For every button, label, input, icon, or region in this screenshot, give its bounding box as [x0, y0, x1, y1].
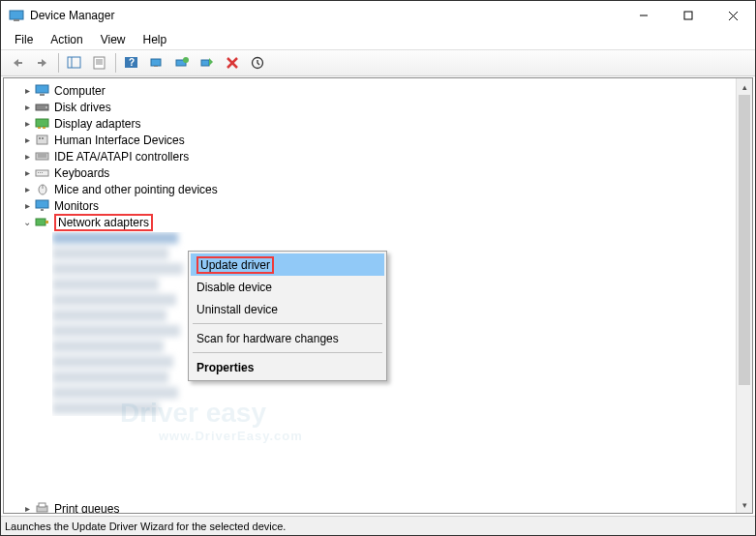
app-icon: [9, 8, 24, 23]
svg-rect-30: [43, 127, 45, 129]
disk-icon: [35, 100, 50, 115]
toolbar: ?: [1, 49, 755, 76]
vertical-scrollbar[interactable]: ▴ ▾: [736, 78, 752, 513]
display-adapter-icon: [35, 116, 50, 132]
svg-rect-45: [36, 219, 45, 225]
ide-icon: [35, 149, 50, 164]
chevron-right-icon[interactable]: ▸: [21, 200, 33, 212]
svg-rect-58: [52, 402, 159, 414]
chevron-down-icon[interactable]: ⌄: [21, 217, 33, 228]
svg-rect-0: [10, 11, 23, 19]
monitor-icon: [35, 198, 50, 214]
chevron-right-icon[interactable]: ▸: [21, 151, 33, 163]
mouse-icon: [35, 182, 50, 197]
show-hide-tree-button[interactable]: [63, 52, 86, 74]
enable-button[interactable]: [246, 52, 269, 74]
context-disable-device[interactable]: Disable device: [191, 276, 384, 298]
context-label: Disable device: [197, 281, 272, 294]
chevron-right-icon[interactable]: ▸: [21, 85, 33, 97]
context-menu: Update driver Disable device Uninstall d…: [188, 251, 387, 381]
svg-rect-17: [154, 66, 158, 67]
tree-label: Human Interface Devices: [54, 134, 185, 147]
scan-hardware-button[interactable]: [145, 52, 168, 74]
svg-rect-52: [52, 310, 166, 321]
help-button[interactable]: ?: [120, 52, 143, 74]
tree-label: Monitors: [54, 199, 99, 213]
menu-help[interactable]: Help: [136, 31, 175, 48]
chevron-right-icon[interactable]: ▸: [21, 118, 33, 130]
tree-item-monitors[interactable]: ▸ Monitors: [4, 197, 752, 214]
tree-item-computer[interactable]: ▸ Computer: [4, 82, 752, 99]
tree-item-ide[interactable]: ▸ IDE ATA/ATAPI controllers: [4, 148, 752, 164]
menu-file[interactable]: File: [7, 31, 41, 48]
back-button[interactable]: [6, 52, 29, 74]
tree-item-keyboards[interactable]: ▸ Keyboards: [4, 164, 752, 181]
toolbar-separator: [58, 53, 59, 73]
keyboard-icon: [35, 165, 50, 181]
context-update-driver[interactable]: Update driver: [191, 253, 384, 276]
tree-item-print-queues[interactable]: ▸ Print queues: [4, 500, 119, 514]
context-label-highlighted: Update driver: [197, 256, 274, 274]
window-controls: [621, 1, 755, 30]
context-scan-hardware[interactable]: Scan for hardware changes: [191, 327, 384, 349]
uninstall-button[interactable]: [196, 52, 219, 74]
context-label: Properties: [197, 361, 254, 374]
svg-rect-60: [39, 503, 45, 507]
tree-label: Print queues: [54, 502, 119, 515]
toolbar-separator: [115, 53, 116, 73]
scroll-down-icon[interactable]: ▾: [737, 496, 752, 513]
properties-button[interactable]: [88, 52, 111, 74]
context-label: Uninstall device: [197, 303, 278, 316]
forward-button[interactable]: [31, 52, 54, 74]
svg-rect-29: [38, 127, 41, 129]
svg-rect-50: [52, 279, 159, 290]
svg-rect-16: [151, 59, 161, 66]
svg-rect-46: [45, 221, 48, 223]
svg-rect-28: [36, 119, 48, 127]
svg-rect-53: [52, 325, 180, 337]
tree-item-display-adapters[interactable]: ▸ Display adapters: [4, 115, 752, 132]
svg-rect-49: [52, 263, 183, 275]
chevron-right-icon[interactable]: ▸: [21, 167, 33, 179]
titlebar: Device Manager: [1, 1, 755, 30]
svg-rect-20: [201, 60, 209, 66]
computer-icon: [35, 83, 50, 99]
close-button[interactable]: [711, 1, 755, 30]
chevron-right-icon[interactable]: ▸: [21, 184, 33, 195]
watermark-url: www.DriverEasy.com: [159, 429, 303, 443]
context-properties[interactable]: Properties: [191, 356, 384, 378]
svg-rect-38: [38, 172, 39, 173]
chevron-right-icon[interactable]: ▸: [21, 102, 33, 113]
minimize-button[interactable]: [621, 1, 666, 30]
menu-action[interactable]: Action: [43, 31, 90, 48]
scroll-up-icon[interactable]: ▴: [737, 78, 752, 95]
svg-point-27: [45, 106, 47, 108]
window-title: Device Manager: [30, 9, 621, 22]
svg-rect-54: [52, 341, 164, 352]
svg-rect-47: [52, 232, 178, 244]
tree-item-mice[interactable]: ▸ Mice and other pointing devices: [4, 181, 752, 197]
context-separator: [193, 323, 382, 324]
svg-rect-51: [52, 294, 176, 306]
context-uninstall-device[interactable]: Uninstall device: [191, 298, 384, 320]
svg-rect-40: [42, 172, 43, 173]
tree-label: Computer: [54, 84, 106, 98]
network-adapter-children: [52, 232, 752, 419]
tree-item-network-adapters[interactable]: ⌄ Network adapters: [4, 214, 752, 230]
menu-view[interactable]: View: [93, 31, 134, 48]
maximize-button[interactable]: [666, 1, 711, 30]
update-driver-button[interactable]: [170, 52, 194, 74]
chevron-right-icon[interactable]: ▸: [21, 134, 33, 146]
svg-rect-7: [38, 62, 43, 64]
tree-label: Display adapters: [54, 117, 140, 131]
tree-item-disk-drives[interactable]: ▸ Disk drives: [4, 99, 752, 115]
chevron-right-icon[interactable]: ▸: [21, 503, 33, 515]
tree-label: Disk drives: [54, 101, 111, 114]
svg-rect-57: [52, 387, 178, 399]
delete-button[interactable]: [221, 52, 244, 74]
svg-rect-43: [36, 200, 48, 208]
menubar: File Action View Help: [1, 30, 755, 49]
scroll-thumb[interactable]: [739, 95, 750, 385]
svg-rect-3: [684, 12, 692, 19]
tree-item-hid[interactable]: ▸ Human Interface Devices: [4, 132, 752, 148]
